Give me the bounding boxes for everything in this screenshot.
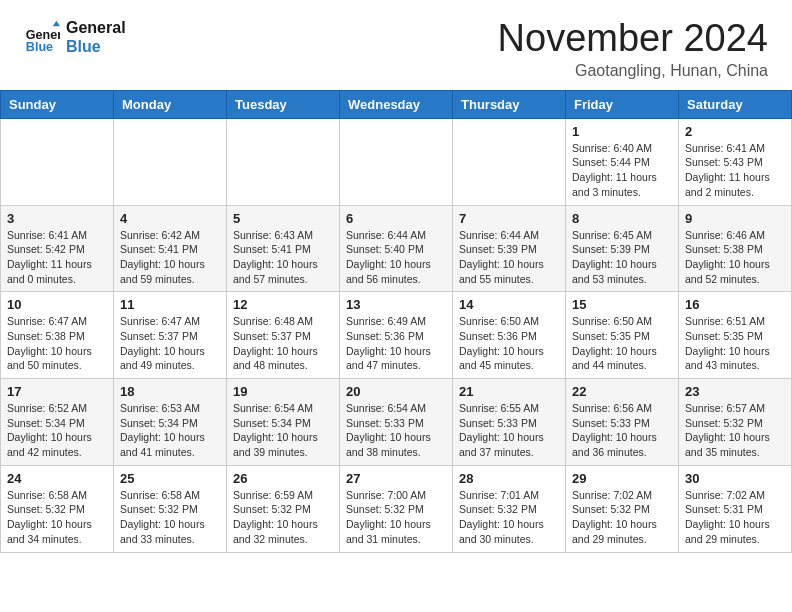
day-info: Sunrise: 6:40 AMSunset: 5:44 PMDaylight:… (572, 141, 672, 200)
day-info: Sunrise: 6:41 AMSunset: 5:42 PMDaylight:… (7, 228, 107, 287)
calendar-cell: 19Sunrise: 6:54 AMSunset: 5:34 PMDayligh… (227, 379, 340, 466)
day-number: 3 (7, 211, 107, 226)
calendar-table: SundayMondayTuesdayWednesdayThursdayFrid… (0, 90, 792, 553)
calendar-cell: 20Sunrise: 6:54 AMSunset: 5:33 PMDayligh… (340, 379, 453, 466)
logo: General Blue General Blue (24, 18, 126, 56)
day-number: 4 (120, 211, 220, 226)
weekday-header-sunday: Sunday (1, 90, 114, 118)
weekday-header-monday: Monday (114, 90, 227, 118)
day-info: Sunrise: 6:45 AMSunset: 5:39 PMDaylight:… (572, 228, 672, 287)
calendar-cell: 8Sunrise: 6:45 AMSunset: 5:39 PMDaylight… (566, 205, 679, 292)
calendar-cell: 10Sunrise: 6:47 AMSunset: 5:38 PMDayligh… (1, 292, 114, 379)
day-number: 18 (120, 384, 220, 399)
day-number: 21 (459, 384, 559, 399)
day-info: Sunrise: 6:52 AMSunset: 5:34 PMDaylight:… (7, 401, 107, 460)
calendar-cell: 21Sunrise: 6:55 AMSunset: 5:33 PMDayligh… (453, 379, 566, 466)
day-number: 11 (120, 297, 220, 312)
day-number: 30 (685, 471, 785, 486)
calendar-cell (453, 118, 566, 205)
day-info: Sunrise: 6:44 AMSunset: 5:40 PMDaylight:… (346, 228, 446, 287)
month-title: November 2024 (498, 18, 768, 60)
calendar-cell (1, 118, 114, 205)
calendar-cell: 7Sunrise: 6:44 AMSunset: 5:39 PMDaylight… (453, 205, 566, 292)
day-number: 19 (233, 384, 333, 399)
day-number: 9 (685, 211, 785, 226)
svg-marker-2 (53, 21, 60, 26)
calendar-week-5: 24Sunrise: 6:58 AMSunset: 5:32 PMDayligh… (1, 465, 792, 552)
calendar-cell: 24Sunrise: 6:58 AMSunset: 5:32 PMDayligh… (1, 465, 114, 552)
calendar-cell (340, 118, 453, 205)
calendar-cell: 22Sunrise: 6:56 AMSunset: 5:33 PMDayligh… (566, 379, 679, 466)
day-info: Sunrise: 6:54 AMSunset: 5:34 PMDaylight:… (233, 401, 333, 460)
day-info: Sunrise: 6:47 AMSunset: 5:38 PMDaylight:… (7, 314, 107, 373)
day-number: 16 (685, 297, 785, 312)
day-info: Sunrise: 6:53 AMSunset: 5:34 PMDaylight:… (120, 401, 220, 460)
svg-text:Blue: Blue (26, 41, 53, 55)
day-info: Sunrise: 7:01 AMSunset: 5:32 PMDaylight:… (459, 488, 559, 547)
day-number: 1 (572, 124, 672, 139)
calendar-cell: 12Sunrise: 6:48 AMSunset: 5:37 PMDayligh… (227, 292, 340, 379)
title-block: November 2024 Gaotangling, Hunan, China (498, 18, 768, 80)
day-number: 12 (233, 297, 333, 312)
day-number: 5 (233, 211, 333, 226)
day-info: Sunrise: 6:46 AMSunset: 5:38 PMDaylight:… (685, 228, 785, 287)
day-number: 7 (459, 211, 559, 226)
day-number: 26 (233, 471, 333, 486)
calendar-cell: 28Sunrise: 7:01 AMSunset: 5:32 PMDayligh… (453, 465, 566, 552)
calendar-cell (227, 118, 340, 205)
calendar-cell: 9Sunrise: 6:46 AMSunset: 5:38 PMDaylight… (679, 205, 792, 292)
day-info: Sunrise: 6:58 AMSunset: 5:32 PMDaylight:… (120, 488, 220, 547)
day-number: 20 (346, 384, 446, 399)
day-number: 14 (459, 297, 559, 312)
day-info: Sunrise: 6:50 AMSunset: 5:36 PMDaylight:… (459, 314, 559, 373)
day-number: 17 (7, 384, 107, 399)
calendar-cell: 29Sunrise: 7:02 AMSunset: 5:32 PMDayligh… (566, 465, 679, 552)
day-info: Sunrise: 7:00 AMSunset: 5:32 PMDaylight:… (346, 488, 446, 547)
day-info: Sunrise: 7:02 AMSunset: 5:32 PMDaylight:… (572, 488, 672, 547)
day-number: 23 (685, 384, 785, 399)
calendar-cell: 15Sunrise: 6:50 AMSunset: 5:35 PMDayligh… (566, 292, 679, 379)
day-info: Sunrise: 6:49 AMSunset: 5:36 PMDaylight:… (346, 314, 446, 373)
location: Gaotangling, Hunan, China (498, 62, 768, 80)
day-info: Sunrise: 6:47 AMSunset: 5:37 PMDaylight:… (120, 314, 220, 373)
calendar-week-3: 10Sunrise: 6:47 AMSunset: 5:38 PMDayligh… (1, 292, 792, 379)
calendar-cell: 6Sunrise: 6:44 AMSunset: 5:40 PMDaylight… (340, 205, 453, 292)
logo-text-blue: Blue (66, 37, 126, 56)
page-header: General Blue General Blue November 2024 … (0, 0, 792, 90)
day-info: Sunrise: 6:58 AMSunset: 5:32 PMDaylight:… (7, 488, 107, 547)
calendar-cell: 14Sunrise: 6:50 AMSunset: 5:36 PMDayligh… (453, 292, 566, 379)
day-info: Sunrise: 7:02 AMSunset: 5:31 PMDaylight:… (685, 488, 785, 547)
day-info: Sunrise: 6:50 AMSunset: 5:35 PMDaylight:… (572, 314, 672, 373)
calendar-cell (114, 118, 227, 205)
calendar-cell: 5Sunrise: 6:43 AMSunset: 5:41 PMDaylight… (227, 205, 340, 292)
weekday-header-saturday: Saturday (679, 90, 792, 118)
day-info: Sunrise: 6:56 AMSunset: 5:33 PMDaylight:… (572, 401, 672, 460)
calendar-cell: 17Sunrise: 6:52 AMSunset: 5:34 PMDayligh… (1, 379, 114, 466)
calendar-cell: 1Sunrise: 6:40 AMSunset: 5:44 PMDaylight… (566, 118, 679, 205)
day-number: 24 (7, 471, 107, 486)
day-number: 28 (459, 471, 559, 486)
day-info: Sunrise: 6:55 AMSunset: 5:33 PMDaylight:… (459, 401, 559, 460)
calendar-cell: 18Sunrise: 6:53 AMSunset: 5:34 PMDayligh… (114, 379, 227, 466)
calendar-week-1: 1Sunrise: 6:40 AMSunset: 5:44 PMDaylight… (1, 118, 792, 205)
calendar-cell: 13Sunrise: 6:49 AMSunset: 5:36 PMDayligh… (340, 292, 453, 379)
calendar-cell: 16Sunrise: 6:51 AMSunset: 5:35 PMDayligh… (679, 292, 792, 379)
weekday-header-friday: Friday (566, 90, 679, 118)
day-info: Sunrise: 6:59 AMSunset: 5:32 PMDaylight:… (233, 488, 333, 547)
logo-text-general: General (66, 18, 126, 37)
calendar-cell: 11Sunrise: 6:47 AMSunset: 5:37 PMDayligh… (114, 292, 227, 379)
day-number: 15 (572, 297, 672, 312)
day-number: 13 (346, 297, 446, 312)
day-info: Sunrise: 6:42 AMSunset: 5:41 PMDaylight:… (120, 228, 220, 287)
calendar-cell: 2Sunrise: 6:41 AMSunset: 5:43 PMDaylight… (679, 118, 792, 205)
calendar-cell: 27Sunrise: 7:00 AMSunset: 5:32 PMDayligh… (340, 465, 453, 552)
day-number: 29 (572, 471, 672, 486)
day-number: 10 (7, 297, 107, 312)
calendar-week-4: 17Sunrise: 6:52 AMSunset: 5:34 PMDayligh… (1, 379, 792, 466)
day-info: Sunrise: 6:51 AMSunset: 5:35 PMDaylight:… (685, 314, 785, 373)
day-number: 27 (346, 471, 446, 486)
calendar-cell: 26Sunrise: 6:59 AMSunset: 5:32 PMDayligh… (227, 465, 340, 552)
weekday-header-wednesday: Wednesday (340, 90, 453, 118)
logo-icon: General Blue (24, 19, 60, 55)
calendar-cell: 25Sunrise: 6:58 AMSunset: 5:32 PMDayligh… (114, 465, 227, 552)
